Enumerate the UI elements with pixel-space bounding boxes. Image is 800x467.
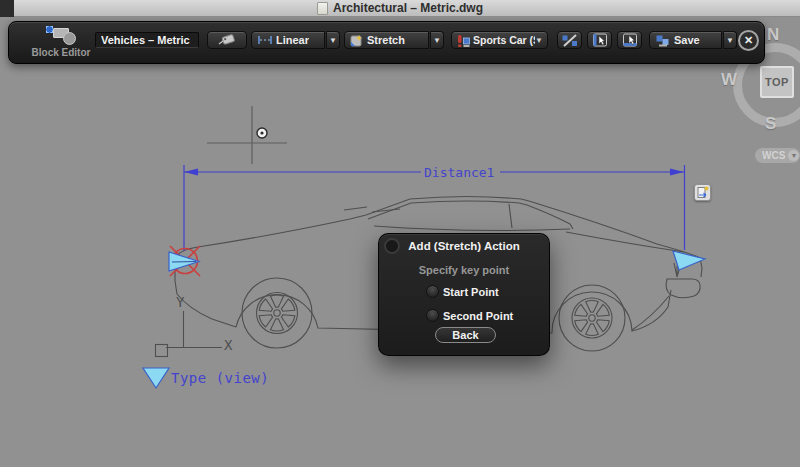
linear-parameter-icon <box>257 34 273 46</box>
select-parameter-button[interactable] <box>587 31 612 49</box>
option-label: Second Point <box>443 310 513 322</box>
window-corner <box>0 0 14 17</box>
select-objects-button[interactable] <box>617 31 642 49</box>
ucs-x-label: X <box>224 337 232 353</box>
chevron-down-icon: ▼ <box>788 150 799 161</box>
viewcube-west[interactable]: W <box>721 70 737 90</box>
dialog-title: Add (Stretch) Action <box>379 240 549 252</box>
stretch-action-badge-icon[interactable] <box>694 184 711 201</box>
block-editor-label: Block Editor <box>23 47 99 58</box>
radio-icon[interactable] <box>426 309 439 322</box>
save-dropdown-label: Save <box>674 34 700 46</box>
save-block-icon <box>655 34 671 47</box>
radio-icon[interactable] <box>426 285 439 298</box>
document-icon <box>317 2 328 15</box>
stretch-action-icon <box>350 34 364 47</box>
parameter-dropdown[interactable]: Linear <box>251 31 325 49</box>
wcs-label: WCS <box>762 150 785 161</box>
option-label: Start Point <box>443 286 499 298</box>
type-view-prompt: Type (view) <box>171 370 269 386</box>
back-button[interactable]: Back <box>435 327 496 343</box>
tag-icon <box>218 34 236 46</box>
chevron-down-icon: ▼ <box>535 36 543 45</box>
ucs-y-label: Y <box>176 294 184 310</box>
cursor-objects-icon <box>621 33 639 47</box>
block-editor-visor: Block Editor Linear ▼ Stretch ▼ <box>8 21 765 64</box>
viewcube-south[interactable]: S <box>765 114 776 134</box>
viewcube-north[interactable]: N <box>767 25 779 45</box>
action-dropdown-label: Stretch <box>367 34 405 46</box>
block-name-input[interactable] <box>95 32 199 48</box>
block-editor-mode: Block Editor <box>23 25 99 58</box>
action-dropdown[interactable]: Stretch <box>344 31 429 49</box>
edit-block-button[interactable] <box>207 31 247 49</box>
save-dropdown[interactable]: Save <box>649 31 722 49</box>
block-editor-icon <box>44 25 78 46</box>
wcs-dropdown[interactable]: WCS ▼ <box>755 148 800 163</box>
save-dropdown-arrow[interactable]: ▼ <box>723 31 737 49</box>
window-title: Architectural – Metric.dwg <box>333 1 483 15</box>
add-stretch-action-dialog: Add (Stretch) Action Specify key point S… <box>378 233 550 356</box>
convert-parameter-button[interactable] <box>557 31 582 49</box>
close-block-editor-button[interactable]: ✕ <box>738 30 759 51</box>
slash-squares-icon <box>561 34 579 47</box>
action-dropdown-arrow[interactable]: ▼ <box>430 31 444 49</box>
window-title-bar: Architectural – Metric.dwg <box>0 0 800 17</box>
dimension-label: Distance1 <box>424 165 494 180</box>
second-point-option[interactable]: Second Point <box>426 309 513 322</box>
block-reference-icon <box>457 34 470 47</box>
cursor-select-icon <box>591 33 609 47</box>
block-dropdown[interactable]: Sports Car (Side) ▼ <box>451 31 548 49</box>
dialog-subtitle: Specify key point <box>379 264 549 276</box>
start-point-option[interactable]: Start Point <box>426 285 499 298</box>
block-dropdown-label: Sports Car (Side) <box>473 34 535 46</box>
viewcube-top-face[interactable]: TOP <box>760 66 794 98</box>
parameter-dropdown-label: Linear <box>276 34 309 46</box>
parameter-dropdown-arrow[interactable]: ▼ <box>326 31 340 49</box>
